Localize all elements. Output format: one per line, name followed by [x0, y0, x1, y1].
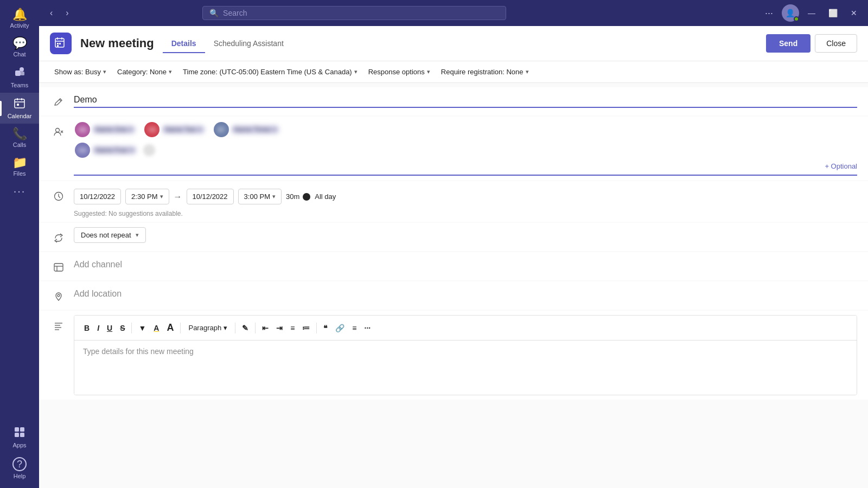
italic-button[interactable]: I: [94, 322, 103, 335]
response-dropdown[interactable]: Response options ▾: [364, 66, 435, 78]
main-area: ‹ › 🔍 ··· 👤 — ⬜ ✕: [39, 0, 868, 488]
form-area: AB Name One × CD Name Two ×: [39, 83, 868, 488]
sidebar-item-calendar[interactable]: Calendar: [0, 93, 39, 124]
format-paint-button[interactable]: ✎: [239, 322, 252, 335]
bullet-down-button[interactable]: ▼: [135, 322, 149, 335]
repeat-row: Does not repeat ▾: [39, 223, 868, 251]
svg-point-1: [20, 67, 24, 72]
sidebar-item-teams[interactable]: Teams: [0, 62, 39, 93]
bold-button[interactable]: B: [81, 322, 93, 335]
sidebar-item-more[interactable]: ···: [0, 181, 39, 201]
minimize-button[interactable]: —: [803, 7, 820, 20]
category-dropdown[interactable]: Category: None ▾: [113, 66, 176, 78]
send-button[interactable]: Send: [766, 34, 810, 53]
repeat-dropdown[interactable]: Does not repeat ▾: [74, 227, 146, 243]
paragraph-dropdown[interactable]: Paragraph ▾: [184, 322, 232, 334]
repeat-label: Does not repeat: [81, 231, 131, 239]
bullet-list-button[interactable]: ≡: [287, 322, 298, 335]
meeting-icon: [50, 33, 72, 54]
response-label: Response options: [368, 68, 425, 76]
avatar-status: [794, 16, 799, 22]
tab-scheduling[interactable]: Scheduling Assistant: [205, 35, 292, 53]
end-date-field[interactable]: 10/12/2022: [187, 189, 234, 204]
meeting-header: New meeting Details Scheduling Assistant…: [39, 26, 868, 61]
forward-button[interactable]: ›: [61, 6, 73, 20]
link-button[interactable]: 🔗: [332, 322, 348, 335]
search-icon: 🔍: [209, 9, 219, 17]
meeting-tabs: Details Scheduling Assistant: [163, 35, 292, 53]
avatar[interactable]: 👤: [782, 4, 799, 22]
sidebar-item-label: Calls: [13, 142, 26, 148]
align-button[interactable]: ≡: [349, 322, 360, 335]
timezone-chevron-icon: ▾: [354, 68, 358, 75]
title-input[interactable]: [74, 92, 857, 108]
sidebar-item-calls[interactable]: 📞 Calls: [0, 124, 39, 152]
highlight-button[interactable]: A: [150, 322, 162, 335]
timezone-dropdown[interactable]: Time zone: (UTC-05:00) Eastern Time (US …: [178, 66, 362, 78]
category-label: Category: None: [117, 68, 167, 76]
sidebar-item-help[interactable]: ? Help: [0, 453, 39, 484]
more-icon: ···: [14, 185, 26, 196]
close-button[interactable]: Close: [815, 34, 857, 53]
svg-rect-18: [59, 43, 61, 44]
attendee-chip[interactable]: CD Name Two ×: [143, 121, 209, 138]
avatar: CD: [144, 122, 159, 137]
svg-rect-16: [57, 43, 59, 44]
attendees-list: AB Name One × CD Name Two ×: [74, 121, 857, 176]
activity-icon: 🔔: [12, 9, 27, 21]
sidebar-item-label: Help: [14, 473, 26, 479]
avatar: EF: [214, 122, 229, 137]
response-chevron-icon: ▾: [427, 68, 430, 75]
editor-body[interactable]: Type details for this new meeting: [74, 341, 857, 395]
back-button[interactable]: ‹: [46, 6, 57, 20]
quote-button[interactable]: ❝: [320, 322, 331, 335]
svg-rect-9: [20, 427, 24, 432]
channel-input[interactable]: [74, 256, 857, 273]
start-date-field[interactable]: 10/12/2022: [74, 189, 121, 204]
datetime-fields: 10/12/2022 2:30 PM ▾ → 10/12/2022 3:00 P…: [74, 185, 857, 217]
end-time-field[interactable]: 3:00 PM ▾: [238, 189, 282, 204]
sidebar-item-apps[interactable]: Apps: [0, 422, 39, 453]
show-as-chevron-icon: ▾: [103, 68, 106, 75]
editor-placeholder: Type details for this new meeting: [83, 347, 194, 356]
close-window-button[interactable]: ✕: [846, 7, 861, 20]
attendee-chip[interactable]: EF Name Three ×: [213, 121, 284, 138]
topbar-more-button[interactable]: ···: [761, 5, 777, 21]
toolbar-more-button[interactable]: ···: [361, 322, 374, 335]
tab-details[interactable]: Details: [163, 35, 205, 53]
registration-dropdown[interactable]: Require registration: None ▾: [437, 66, 533, 78]
font-size-button[interactable]: A: [163, 320, 177, 336]
sidebar-item-activity[interactable]: 🔔 Activity: [0, 4, 39, 33]
restore-button[interactable]: ⬜: [824, 7, 842, 20]
category-chevron-icon: ▾: [169, 68, 172, 75]
title-row: [39, 87, 868, 115]
search-input[interactable]: [223, 9, 499, 17]
strikethrough-button[interactable]: S: [117, 322, 128, 335]
content-area: New meeting Details Scheduling Assistant…: [39, 26, 868, 488]
attendees-icon: [50, 123, 67, 140]
underline-button[interactable]: U: [104, 322, 116, 335]
paragraph-label: Paragraph: [188, 324, 221, 332]
channel-row: [39, 252, 868, 280]
location-field-area: [74, 286, 857, 302]
editor-toolbar: B I U S ▼ A A Paragraph ▾: [74, 316, 857, 341]
sidebar-item-label: Files: [13, 171, 25, 177]
files-icon: 📁: [12, 157, 27, 169]
location-input[interactable]: [74, 286, 857, 302]
sidebar-item-files[interactable]: 📁 Files: [0, 152, 39, 181]
show-as-dropdown[interactable]: Show as: Busy ▾: [50, 66, 111, 78]
svg-rect-2: [21, 72, 24, 75]
indent-decrease-button[interactable]: ⇤: [259, 322, 272, 335]
attendees-field-area: AB Name One × CD Name Two ×: [74, 121, 857, 176]
optional-button[interactable]: + Optional: [825, 162, 857, 170]
indent-increase-button[interactable]: ⇥: [273, 322, 286, 335]
sidebar-item-chat[interactable]: 💬 Chat: [0, 33, 39, 62]
attendee-chip[interactable]: AB Name One ×: [74, 121, 140, 138]
apps-icon: [14, 426, 25, 440]
attendee-chip[interactable]: GH Name Four ×: [74, 142, 857, 159]
start-time-field[interactable]: 2:30 PM ▾: [125, 189, 169, 204]
svg-point-19: [56, 129, 60, 132]
paragraph-chevron-icon: ▾: [224, 324, 227, 332]
options-bar: Show as: Busy ▾ Category: None ▾ Time zo…: [39, 61, 868, 83]
numbered-list-button[interactable]: ≔: [299, 322, 313, 335]
